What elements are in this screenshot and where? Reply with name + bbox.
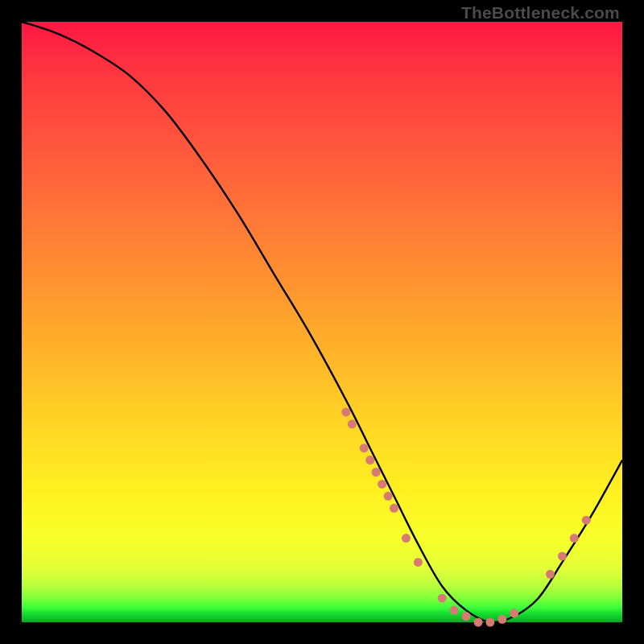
chart-markers (341, 407, 590, 626)
chart-marker (462, 612, 471, 621)
chart-marker (372, 468, 381, 477)
chart-marker (365, 456, 374, 464)
chart-marker (360, 444, 369, 452)
chart-marker (348, 419, 357, 428)
chart-marker (558, 551, 567, 560)
chart-marker (378, 480, 386, 489)
chart-svg (22, 22, 622, 622)
chart-marker (450, 606, 459, 615)
chart-plot-area (22, 22, 622, 622)
chart-marker (390, 504, 398, 513)
watermark-text: TheBottleneck.com (461, 3, 620, 23)
chart-marker (582, 516, 591, 525)
chart-marker (497, 615, 506, 624)
chart-marker (402, 534, 411, 543)
chart-marker (474, 618, 483, 627)
bottleneck-curve (22, 22, 622, 622)
chart-marker (384, 492, 393, 501)
chart-marker (438, 594, 447, 603)
chart-marker (546, 570, 555, 579)
chart-marker (341, 407, 350, 416)
chart-marker (414, 558, 423, 567)
chart-marker (570, 534, 579, 543)
chart-marker (485, 618, 494, 627)
chart-marker (510, 609, 518, 617)
chart-frame (22, 22, 622, 622)
